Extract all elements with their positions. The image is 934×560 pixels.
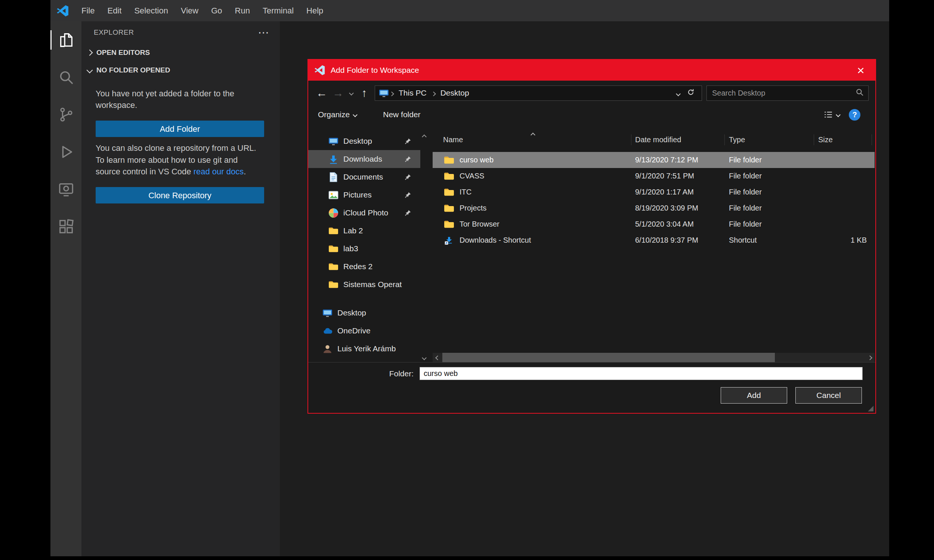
activity-extensions[interactable] xyxy=(51,208,82,245)
menu-go[interactable]: Go xyxy=(205,0,228,21)
column-divider[interactable] xyxy=(724,134,725,145)
open-editors-section[interactable]: OPEN EDITORS xyxy=(82,44,280,61)
breadcrumb-this-pc[interactable]: This PC xyxy=(394,88,431,97)
forward-icon[interactable]: → xyxy=(330,85,346,101)
dialog-footer: Folder: Add Cancel xyxy=(308,362,875,413)
tree-item-icloud-photo[interactable]: iCloud Photo xyxy=(308,204,420,222)
file-date: 6/10/2018 9:37 PM xyxy=(635,232,698,248)
column-date-modified[interactable]: Date modified xyxy=(635,132,681,148)
menu-help[interactable]: Help xyxy=(300,0,330,21)
tree-item-desktop-place[interactable]: Desktop xyxy=(308,304,420,322)
onedrive-icon xyxy=(322,326,333,336)
tree-label: Redes 2 xyxy=(343,262,373,271)
folder-icon xyxy=(328,262,339,272)
scroll-right-icon[interactable] xyxy=(865,353,875,363)
tree-item-lab-2[interactable]: Lab 2 xyxy=(308,222,420,240)
up-icon[interactable]: ↑ xyxy=(356,85,373,101)
menu-terminal[interactable]: Terminal xyxy=(256,0,300,21)
file-date: 8/19/2020 3:09 PM xyxy=(635,200,698,216)
address-bar[interactable]: This PC Desktop xyxy=(375,86,702,101)
column-size[interactable]: Size xyxy=(818,132,833,148)
menu-view[interactable]: View xyxy=(174,0,205,21)
column-divider[interactable] xyxy=(631,134,631,145)
close-icon[interactable]: × xyxy=(846,60,875,81)
organize-button[interactable]: Organize xyxy=(318,110,357,119)
sidebar-header: EXPLORER ⋯ xyxy=(82,21,280,44)
folder-name-input[interactable] xyxy=(419,367,863,380)
tree-item-sistemas-operat[interactable]: Sistemas Operat xyxy=(308,275,420,294)
search-input[interactable] xyxy=(711,88,855,98)
folder-icon xyxy=(444,188,454,197)
file-row-projects[interactable]: Projects 8/19/2020 3:09 PM File folder xyxy=(433,200,875,216)
activity-remote-explorer[interactable] xyxy=(51,171,82,208)
sort-ascending-icon xyxy=(530,132,535,137)
menu-run[interactable]: Run xyxy=(229,0,256,21)
search-box[interactable] xyxy=(706,86,869,101)
desktop-icon xyxy=(322,308,333,318)
folder-icon xyxy=(444,204,454,213)
read-our-docs-link[interactable]: read our docs xyxy=(194,167,244,176)
column-divider[interactable] xyxy=(872,134,872,145)
activity-source-control[interactable] xyxy=(51,96,82,133)
add-folder-dialog: Add Folder to Workspace × ← → ↑ This PC … xyxy=(307,59,876,414)
pin-icon xyxy=(405,138,412,145)
file-row-curso-web[interactable]: curso web 9/13/2020 7:12 PM File folder xyxy=(433,152,875,168)
clone-repository-button[interactable]: Clone Repository xyxy=(96,187,264,203)
file-row-cvass[interactable]: CVASS 9/1/2020 7:51 PM File folder xyxy=(433,168,875,184)
search-icon xyxy=(57,69,75,86)
downloads-icon xyxy=(328,154,339,164)
new-folder-button[interactable]: New folder xyxy=(383,110,420,119)
back-icon[interactable]: ← xyxy=(313,85,330,101)
tree-label: Desktop xyxy=(338,308,366,317)
scrollbar-thumb[interactable] xyxy=(442,353,775,363)
menu-edit[interactable]: Edit xyxy=(101,0,128,21)
tree-item-lab3[interactable]: lab3 xyxy=(308,240,420,258)
folder-icon xyxy=(328,244,339,254)
scroll-down-icon[interactable] xyxy=(422,355,427,360)
tree-label: Pictures xyxy=(343,191,372,199)
help-icon[interactable]: ? xyxy=(849,109,860,121)
tree-item-downloads[interactable]: Downloads xyxy=(308,150,420,168)
add-folder-button[interactable]: Add Folder xyxy=(96,121,264,137)
resize-grip[interactable] xyxy=(868,406,874,411)
file-row-tor-browser[interactable]: Tor Browser 5/1/2020 3:04 AM File folder xyxy=(433,216,875,232)
column-name[interactable]: Name xyxy=(443,132,463,148)
menu-file[interactable]: File xyxy=(75,0,101,21)
column-type[interactable]: Type xyxy=(729,132,745,148)
tree-item-user[interactable]: Luis Yerik Arámb xyxy=(308,340,420,358)
dialog-title-bar[interactable]: Add Folder to Workspace × xyxy=(308,60,875,81)
cancel-button[interactable]: Cancel xyxy=(795,387,862,403)
no-folder-label: NO FOLDER OPENED xyxy=(96,66,170,74)
pin-icon xyxy=(405,192,412,198)
desktop-icon xyxy=(328,136,339,146)
view-mode-button[interactable] xyxy=(824,111,840,118)
empty-workspace-message: You have not yet added a folder to the w… xyxy=(96,88,264,111)
pin-icon xyxy=(405,174,412,180)
tree-item-pictures[interactable]: Pictures xyxy=(308,186,420,204)
scroll-left-icon[interactable] xyxy=(433,353,442,363)
scroll-up-icon[interactable] xyxy=(422,134,427,139)
tree-item-desktop[interactable]: Desktop xyxy=(308,132,420,150)
tree-item-onedrive[interactable]: OneDrive xyxy=(308,322,420,340)
sidebar-body: You have not yet added a folder to the w… xyxy=(82,79,280,203)
no-folder-section[interactable]: NO FOLDER OPENED xyxy=(82,61,280,79)
files-icon xyxy=(57,31,75,49)
more-actions-icon[interactable]: ⋯ xyxy=(258,27,270,38)
file-row-downloads-shortcut[interactable]: Downloads - Shortcut 6/10/2018 9:37 PM S… xyxy=(433,232,875,248)
activity-explorer[interactable] xyxy=(51,21,82,58)
horizontal-scrollbar[interactable] xyxy=(433,353,875,363)
tree-scrollbar[interactable] xyxy=(420,132,428,363)
breadcrumb-desktop[interactable]: Desktop xyxy=(436,88,474,97)
activity-run-debug[interactable] xyxy=(51,133,82,171)
column-divider[interactable] xyxy=(814,134,814,145)
add-button[interactable]: Add xyxy=(721,387,787,403)
address-dropdown-icon[interactable] xyxy=(677,88,680,97)
tree-item-documents[interactable]: Documents xyxy=(308,168,420,186)
tree-item-redes-2[interactable]: Redes 2 xyxy=(308,258,420,275)
activity-search[interactable] xyxy=(51,58,82,96)
file-row-itc[interactable]: ITC 9/1/2020 1:17 AM File folder xyxy=(433,184,875,200)
folder-label: Folder: xyxy=(349,367,413,380)
menu-selection[interactable]: Selection xyxy=(128,0,174,21)
refresh-icon[interactable] xyxy=(687,88,695,98)
recent-locations-icon[interactable] xyxy=(346,91,356,95)
